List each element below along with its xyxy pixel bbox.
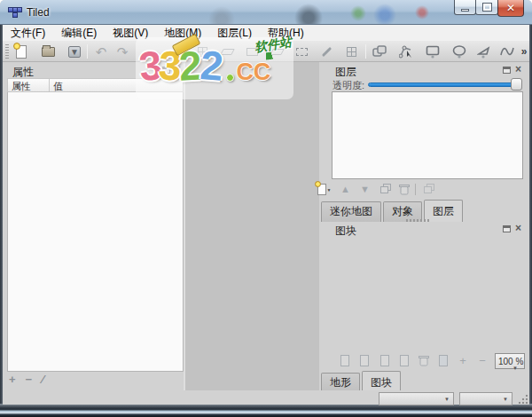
edit-property-button[interactable]: ∕ — [42, 373, 43, 387]
new-layer-icon — [317, 184, 326, 195]
map-view[interactable] — [184, 62, 319, 390]
select-objects-icon — [372, 45, 387, 58]
export-tileset-button[interactable] — [378, 353, 392, 367]
insert-ellipse-button[interactable] — [450, 43, 468, 60]
zoom-level-value: 100 % — [498, 357, 523, 366]
new-layer-dropdown-icon: ▼ — [327, 187, 332, 193]
new-tileset-icon — [340, 355, 349, 366]
tilesets-panel-controls: × — [503, 224, 521, 232]
layers-panel-controls: × — [503, 66, 521, 74]
redo-button[interactable]: ↷ — [113, 43, 131, 60]
trash-icon — [399, 184, 410, 195]
layers-list[interactable] — [332, 91, 523, 179]
new-layer-button[interactable]: ▼ — [317, 182, 332, 197]
window-border-bottom — [0, 404, 532, 417]
close-panel-icon[interactable]: × — [515, 66, 521, 74]
lower-layer-button[interactable]: ▼ — [357, 182, 372, 197]
toolbar-overflow-button[interactable]: » — [518, 43, 530, 60]
redo-icon: ↷ — [117, 45, 129, 59]
tab-layers[interactable]: 图层 — [424, 200, 463, 222]
rect-select-button[interactable] — [293, 43, 310, 60]
insert-polygon-icon — [477, 45, 491, 59]
toolbar-separator — [87, 44, 88, 59]
edit-terrain-button[interactable] — [436, 353, 450, 367]
maximize-icon — [483, 4, 491, 11]
close-panel-icon[interactable]: × — [515, 224, 521, 232]
merge-layer-icon — [424, 186, 432, 193]
lower-layer-icon: ▼ — [360, 185, 370, 194]
properties-actions: + − ∕ — [9, 373, 177, 387]
remove-property-button[interactable]: − — [26, 373, 33, 387]
insert-polyline-button[interactable] — [498, 43, 516, 60]
edit-terrain-icon — [439, 355, 448, 366]
open-button[interactable] — [39, 43, 57, 60]
edit-polygons-button[interactable] — [397, 43, 415, 60]
save-icon: ▼ — [68, 46, 81, 58]
opacity-label: 透明度: — [332, 79, 364, 92]
trash-icon — [419, 355, 429, 366]
menu-file[interactable]: 文件(F) — [3, 25, 53, 42]
toolbar-grip[interactable] — [5, 44, 9, 59]
tab-minimap[interactable]: 迷你地图 — [321, 201, 381, 222]
save-button[interactable]: ▼ — [66, 43, 83, 60]
window-title: Tiled — [27, 6, 50, 19]
float-panel-icon[interactable] — [503, 67, 511, 74]
layer-dock-tabs: 迷你地图 对象 图层 — [321, 200, 465, 222]
dock-splitter-handle[interactable] — [406, 219, 429, 222]
export-tileset-icon — [380, 355, 389, 366]
float-panel-icon[interactable] — [503, 225, 511, 232]
minimize-button[interactable] — [454, 0, 476, 15]
opacity-slider-handle[interactable] — [511, 78, 522, 90]
title-bar[interactable]: Tiled ✕ — [0, 0, 532, 25]
insert-tile-button[interactable] — [342, 43, 360, 60]
insert-rectangle-button[interactable] — [424, 43, 442, 60]
insert-polygon-button[interactable] — [475, 43, 493, 60]
minimize-icon — [461, 9, 469, 12]
insert-rectangle-icon — [426, 45, 440, 59]
opacity-slider[interactable] — [368, 83, 521, 87]
zoom-out-button[interactable]: − — [475, 353, 489, 367]
maximize-button[interactable] — [475, 0, 498, 15]
zoom-in-button[interactable]: + — [456, 353, 470, 367]
insert-ellipse-icon — [452, 45, 466, 59]
delete-tileset-button[interactable] — [417, 353, 431, 367]
layers-panel-title: 图层 — [335, 65, 356, 80]
watermark-logo: 3 3 2 2 CC — [139, 39, 270, 92]
raise-layer-icon: ▲ — [340, 185, 350, 194]
zoom-out-icon: − — [479, 355, 486, 366]
zoom-level-combo[interactable]: 100 % — [495, 353, 525, 369]
import-tileset-button[interactable] — [357, 353, 372, 367]
new-tileset-button[interactable] — [338, 353, 352, 367]
more-tools-icon: » — [521, 45, 528, 58]
remove-layer-button[interactable] — [396, 182, 411, 197]
watermark-dot-icon — [226, 74, 234, 82]
watermark: 3 3 2 2 CC 软件站 — [136, 37, 293, 99]
select-objects-button[interactable] — [371, 43, 388, 60]
insert-polyline-icon — [500, 45, 515, 58]
separator — [415, 184, 416, 195]
status-combo-2[interactable]: ▼ — [459, 392, 512, 405]
merge-layer-button[interactable] — [420, 182, 435, 197]
toolbar-separator — [365, 44, 366, 59]
undo-icon: ↶ — [96, 45, 107, 59]
menu-edit[interactable]: 编辑(E) — [53, 25, 105, 42]
new-map-button[interactable] — [12, 43, 30, 60]
add-property-button[interactable]: + — [9, 373, 16, 387]
column-property[interactable]: 属性 — [8, 79, 50, 91]
zoom-combo-arrow-icon[interactable]: ▼ — [512, 358, 518, 374]
dropdown-icon: ▼ — [444, 397, 450, 402]
zoom-in-icon: + — [459, 355, 466, 366]
tiled-window: Tiled ✕ 文件(F) 编辑(E) 视图(V) 地图(M) 图层(L) 帮助… — [0, 0, 532, 417]
tilesets-panel-title: 图块 — [335, 224, 356, 239]
close-button[interactable]: ✕ — [497, 0, 524, 17]
resize-grip[interactable] — [518, 395, 528, 405]
raise-layer-button[interactable]: ▲ — [338, 182, 353, 197]
properties-list[interactable] — [7, 92, 184, 372]
status-combo-1[interactable]: ▼ — [379, 392, 454, 405]
undo-button[interactable]: ↶ — [92, 43, 110, 60]
magic-wand-button[interactable] — [317, 43, 335, 60]
rect-select-icon — [296, 48, 308, 56]
new-map-icon — [16, 45, 27, 59]
duplicate-layer-button[interactable] — [377, 182, 392, 197]
tileset-properties-button[interactable] — [397, 353, 411, 367]
